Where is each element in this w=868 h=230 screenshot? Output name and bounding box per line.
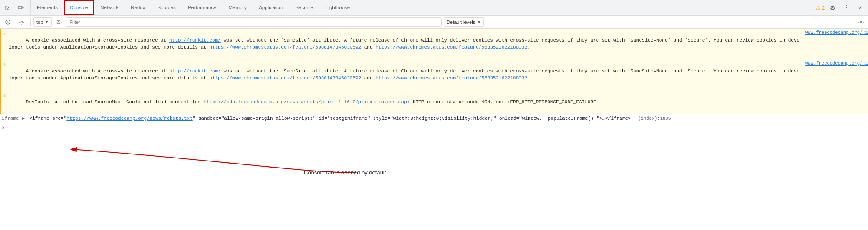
console-prompt: >: [0, 123, 868, 134]
more-options-button[interactable]: ⋮: [840, 2, 852, 14]
filter-input[interactable]: [66, 17, 442, 27]
prompt-caret-icon: >: [2, 125, 5, 132]
toolbar-icon-group: [2, 0, 31, 15]
source-link-2[interactable]: www.freecodecamp.org/:1: [805, 61, 868, 66]
sourcemap-link[interactable]: https://cdn.freecodecamp.org/news-assets…: [204, 99, 407, 105]
svg-rect-1: [22, 7, 23, 8]
console-source-2: www.freecodecamp.org/:1: [805, 60, 868, 67]
console-warning-3: ⚠ DevTools failed to load SourceMap: Cou…: [0, 90, 868, 114]
svg-point-4: [21, 21, 23, 23]
annotation-area: Console tab is opened by default: [0, 134, 868, 212]
iframe-src-link[interactable]: https://www.freecodecamp.org/news/robots…: [66, 116, 192, 121]
settings-button[interactable]: ⚙: [826, 2, 838, 14]
more-options-icon: ⋮: [843, 4, 850, 11]
warning-icon-2: ⚠: [3, 61, 6, 69]
console-warning-2-text: A cookie associated with a cross-site re…: [9, 60, 801, 89]
console-toolbar: top ▼ Default levels ▼: [0, 16, 868, 29]
svg-point-7: [860, 21, 862, 23]
levels-label: Default levels: [447, 20, 475, 25]
tab-security[interactable]: Security: [289, 0, 319, 15]
tab-bar: Elements Console Network Redux Sources P…: [31, 0, 356, 15]
warning-icon-1: ⚠: [3, 30, 6, 38]
annotation-text: Console tab is opened by default: [304, 168, 386, 177]
warning-icon-3: ⚠: [3, 92, 6, 99]
tab-performance[interactable]: Performance: [182, 0, 223, 15]
tab-network[interactable]: Network: [94, 0, 125, 15]
tab-memory[interactable]: Memory: [223, 0, 253, 15]
settings-icon: ⚙: [830, 4, 835, 11]
chromestatus-link-1b[interactable]: https://www.chromestatus.com/feature/563…: [375, 45, 527, 50]
chromestatus-link-2b[interactable]: https://www.chromestatus.com/feature/563…: [375, 76, 527, 81]
console-settings-right-button[interactable]: [856, 17, 866, 27]
close-icon: ✕: [858, 5, 862, 11]
console-warning-1: ⚠ A cookie associated with a cross-site …: [0, 29, 868, 59]
tab-application[interactable]: Application: [253, 0, 289, 15]
context-selector[interactable]: top ▼: [33, 17, 52, 27]
chromestatus-link-2a[interactable]: https://www.chromestatus.com/feature/508…: [209, 76, 361, 81]
settings-console-button[interactable]: [16, 16, 28, 28]
tab-sources[interactable]: Sources: [151, 0, 182, 15]
console-output: ⚠ A cookie associated with a cross-site …: [0, 29, 868, 212]
svg-rect-0: [18, 6, 22, 9]
console-warning-1-text: A cookie associated with a cross-site re…: [9, 30, 801, 58]
iframe-code: <iframe src="https://www.freecodecamp.or…: [29, 116, 631, 121]
source-link-1[interactable]: www.freecodecamp.org/:1: [805, 30, 868, 35]
top-toolbar: Elements Console Network Redux Sources P…: [0, 0, 868, 16]
clear-console-button[interactable]: [2, 16, 14, 28]
select-element-button[interactable]: [2, 2, 14, 14]
iframe-source: (index):1885: [638, 116, 671, 121]
dropdown-arrow-icon: ▼: [45, 20, 49, 24]
runkit-link-2[interactable]: http://runkit.com/: [169, 69, 221, 74]
svg-point-6: [58, 21, 59, 23]
tab-lighthouse[interactable]: Lighthouse: [319, 0, 356, 15]
annotation-arrow: [0, 134, 868, 212]
close-devtools-button[interactable]: ✕: [854, 2, 866, 14]
iframe-toggle[interactable]: iframe ▶: [2, 116, 25, 121]
console-iframe-row: iframe ▶ <iframe src="https://www.freeco…: [0, 114, 868, 124]
console-source-1: www.freecodecamp.org/:1: [805, 30, 868, 36]
device-toolbar-button[interactable]: [15, 2, 27, 14]
console-warning-2: ⚠ A cookie associated with a cross-site …: [0, 59, 868, 90]
tab-console[interactable]: Console: [64, 0, 94, 15]
chromestatus-link-1a[interactable]: https://www.chromestatus.com/feature/508…: [209, 45, 361, 50]
warning-triangle-icon: ⚠: [815, 4, 821, 11]
svg-line-3: [7, 21, 9, 23]
warning-badge[interactable]: ⚠ 2: [815, 4, 825, 11]
tab-redux[interactable]: Redux: [125, 0, 151, 15]
runkit-link-1[interactable]: http://runkit.com/: [169, 38, 221, 43]
levels-dropdown-icon: ▼: [477, 20, 481, 24]
tab-elements[interactable]: Elements: [31, 0, 64, 15]
top-right-icons: ⚠ 2 ⚙ ⋮ ✕: [815, 2, 866, 14]
warning-count: 2: [822, 5, 825, 10]
show-network-messages-button[interactable]: [53, 17, 64, 27]
log-levels-selector[interactable]: Default levels ▼: [444, 17, 484, 27]
toolbar-divider-1: [30, 18, 31, 26]
svg-point-5: [56, 20, 61, 24]
console-warning-3-text: DevTools failed to load SourceMap: Could…: [9, 91, 864, 113]
context-label: top: [36, 20, 43, 25]
